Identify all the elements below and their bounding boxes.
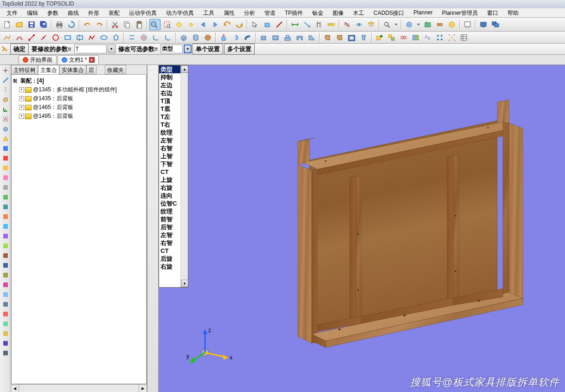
draft-icon[interactable] — [358, 32, 369, 43]
print-icon[interactable] — [54, 19, 65, 30]
paste-icon[interactable] — [134, 19, 145, 30]
polyline-icon[interactable] — [86, 32, 97, 43]
lb-gold-icon[interactable] — [1, 329, 10, 338]
constraint-icon[interactable] — [398, 32, 409, 43]
lb-pink-icon[interactable] — [1, 173, 10, 182]
scroll-right-icon[interactable]: ▶ — [139, 385, 147, 392]
viewport-3d[interactable]: 类型抑制左边右边T顶T底T左T右纹理左智右智上智下智CT上旋右旋连向位智C纹理前… — [159, 65, 565, 392]
polygon-icon[interactable] — [110, 32, 122, 43]
sphere-icon[interactable] — [202, 32, 213, 43]
layers-icon[interactable] — [366, 19, 377, 30]
zoom-window-icon[interactable] — [161, 19, 173, 30]
lb-mint-icon[interactable] — [1, 319, 10, 328]
circle-icon[interactable] — [50, 32, 61, 43]
ellipse-icon[interactable] — [98, 32, 109, 43]
groove-icon[interactable] — [294, 32, 305, 43]
show-icon[interactable] — [353, 19, 365, 30]
cylinder-icon[interactable] — [190, 32, 201, 43]
tab-doc1[interactable]: 文档1 * ✕ — [58, 55, 99, 64]
shell-icon[interactable] — [346, 32, 357, 43]
menu-cadds[interactable]: CADDS接口 — [369, 8, 409, 17]
param-dropdown-list[interactable]: 类型抑制左边右边T顶T底T左T右纹理左智右智上智下智CT上旋右旋连向位智C纹理前… — [159, 65, 188, 288]
menu-assembly[interactable]: 装配 — [104, 8, 124, 17]
expand-icon[interactable]: + — [19, 114, 24, 119]
select-icon[interactable] — [250, 19, 261, 30]
cabinet-model[interactable] — [265, 95, 562, 355]
pattern-icon[interactable] — [434, 32, 445, 43]
lb-green-icon[interactable] — [1, 193, 10, 202]
multi-screen-icon[interactable] — [490, 19, 501, 30]
select-edge-icon[interactable] — [274, 19, 285, 30]
concentric-icon[interactable] — [138, 32, 149, 43]
tree-item-3[interactable]: + @1495：后背板 — [13, 112, 145, 121]
copy-icon[interactable] — [122, 19, 133, 30]
menu-dynamics[interactable]: 动力学仿真 — [161, 8, 199, 17]
scroll-down-icon[interactable]: ▼ — [181, 280, 188, 287]
tree-tab-favorites[interactable]: 收藏夹 — [105, 65, 126, 74]
expand-icon[interactable]: + — [19, 87, 24, 92]
menu-tpplugin[interactable]: TP插件 — [280, 8, 308, 17]
measure-icon[interactable] — [289, 19, 301, 30]
menu-param[interactable]: 参数 — [43, 8, 63, 17]
rib-icon[interactable] — [306, 32, 317, 43]
menu-kinematics[interactable]: 运动学仿真 — [124, 8, 161, 17]
lb-frame-icon[interactable] — [1, 105, 10, 114]
expand-icon[interactable]: + — [19, 105, 24, 110]
spline-icon[interactable] — [2, 32, 13, 43]
tree-content[interactable]: 🛠 装配：[4] + @1345：多功能外框 [组件的组件] + @1435：后… — [11, 74, 147, 384]
menu-attribute[interactable]: 属性 — [219, 8, 239, 17]
scroll-left-icon[interactable]: ◀ — [11, 385, 19, 392]
line-mid-icon[interactable] — [38, 32, 49, 43]
tree-item-2[interactable]: + @1465：后背板 — [13, 103, 145, 112]
lb-axis-icon[interactable] — [1, 85, 10, 95]
mate-icon[interactable] — [410, 32, 421, 43]
single-setting-button[interactable]: 单个设置 — [193, 44, 223, 55]
tree-tab-entityset[interactable]: 实体集合 — [59, 65, 86, 74]
rectangle-icon[interactable] — [62, 32, 73, 43]
lb-navy-icon[interactable] — [1, 261, 10, 270]
tree-tab-layer[interactable]: 层 — [86, 65, 96, 74]
lb-plane-icon[interactable] — [1, 95, 10, 104]
scroll-up-icon[interactable]: ▲ — [181, 65, 188, 73]
drill-icon[interactable] — [258, 32, 269, 43]
sweep-icon[interactable] — [242, 32, 253, 43]
menu-sheetmetal[interactable]: 钣金 — [308, 8, 328, 17]
lb-brown-icon[interactable] — [1, 251, 10, 260]
revolve-icon[interactable] — [230, 32, 241, 43]
lb-fuchsia-icon[interactable] — [1, 280, 10, 289]
extrude-icon[interactable] — [218, 32, 229, 43]
tree-tab-mainset[interactable]: 主集合 — [38, 65, 59, 74]
tree-root[interactable]: 🛠 装配：[4] — [13, 77, 145, 85]
lb-indigo-icon[interactable] — [1, 339, 10, 348]
lb-lime-icon[interactable] — [1, 241, 10, 251]
tree-item-1[interactable]: + @1435：后背板 — [13, 94, 145, 103]
curve-icon[interactable] — [14, 32, 25, 43]
lb-salmon-icon[interactable] — [1, 309, 10, 319]
zoom-in-icon[interactable] — [173, 19, 185, 30]
align-icon[interactable] — [422, 32, 433, 43]
pocket-icon[interactable] — [270, 32, 281, 43]
lb-cube-icon[interactable] — [1, 124, 10, 134]
fillet-solid-icon[interactable] — [322, 32, 333, 43]
lb-cone-icon[interactable] — [1, 134, 10, 143]
hide-icon[interactable] — [341, 19, 353, 30]
menu-curve[interactable]: 曲线 — [63, 8, 83, 17]
menu-pipe[interactable]: 管道 — [260, 8, 280, 17]
box-icon[interactable] — [178, 32, 189, 43]
select-face-icon[interactable] — [262, 19, 273, 30]
expand-icon[interactable]: + — [19, 96, 24, 101]
rotate-right-icon[interactable] — [234, 19, 245, 30]
lb-sketch-icon[interactable] — [1, 115, 10, 124]
optional-param-input[interactable]: 类型 — [161, 45, 183, 53]
pan-left-icon[interactable] — [198, 19, 209, 30]
menu-planner[interactable]: Planner — [409, 8, 437, 17]
lb-steel-icon[interactable] — [1, 300, 10, 309]
menu-image[interactable]: 图像 — [328, 8, 348, 17]
view-iso-icon[interactable] — [404, 19, 415, 30]
chamfer-curve-icon[interactable] — [162, 32, 173, 43]
tree-item-0[interactable]: + @1345：多功能外框 [组件的组件] — [13, 85, 145, 94]
modify-param-input[interactable] — [74, 45, 107, 53]
redo-icon[interactable] — [94, 19, 105, 30]
glasses-icon[interactable] — [434, 19, 445, 30]
new-doc-icon[interactable] — [2, 19, 13, 30]
